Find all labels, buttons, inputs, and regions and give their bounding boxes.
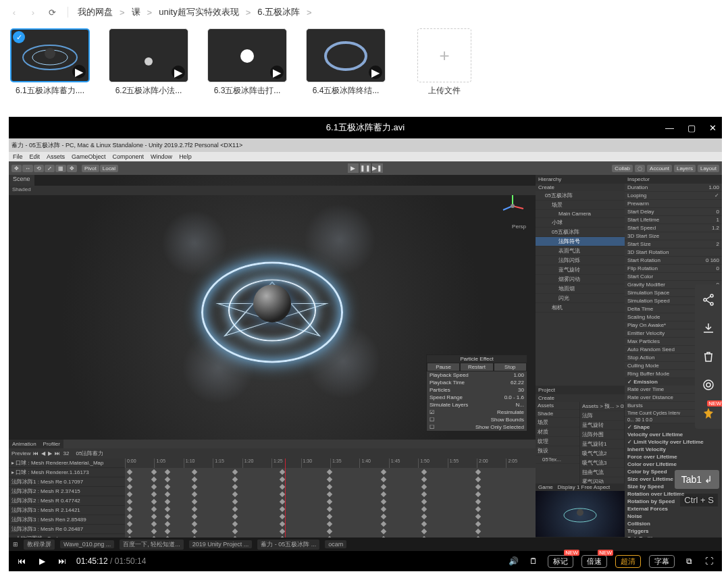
file-2[interactable]: ▶ 6.2五极冰阵小法... bbox=[108, 28, 189, 108]
video-title: 6.1五极冰阵蓄力.avi bbox=[326, 122, 405, 134]
unity-toolbar: ✥↔⟲⤢▦✥PivotLocal ▶❚❚▶❚ Collab◌AccountLay… bbox=[9, 161, 722, 175]
nav-refresh-icon[interactable]: ⟳ bbox=[46, 6, 58, 18]
file-label: 6.1五极冰阵蓄力.... bbox=[16, 85, 84, 97]
windows-icon[interactable]: ⊞ bbox=[13, 541, 18, 548]
shortcut-hint: Ctrl + S bbox=[680, 494, 718, 506]
unity-editor: 蓄力 - 05五极冰阵 - PC, Mac & Linux Standalone… bbox=[9, 138, 722, 538]
breadcrumb-bar: ‹ › ⟳ 我的网盘 > 课 > unity超写实特效表现 > 6.五极冰阵 > bbox=[0, 0, 728, 24]
crumb-root[interactable]: 我的网盘 bbox=[78, 6, 113, 18]
file-4[interactable]: ▶ 6.4五极冰阵终结... bbox=[305, 28, 386, 108]
svg-line-20 bbox=[706, 300, 710, 303]
gizmo-icon[interactable] bbox=[499, 192, 526, 219]
share-icon[interactable] bbox=[701, 292, 716, 307]
crumb-2[interactable]: unity超写实特效表现 bbox=[159, 6, 238, 18]
svg-point-12 bbox=[511, 204, 515, 208]
unity-title: 蓄力 - 05五极冰阵 - PC, Mac & Linux Standalone… bbox=[9, 138, 722, 152]
prev-icon[interactable]: ⏮ bbox=[16, 556, 28, 566]
game-panel[interactable]: Game Display 1 Free Aspect bbox=[536, 483, 625, 538]
file-3[interactable]: ▶ 6.3五极冰阵击打... bbox=[207, 28, 288, 108]
mark-button[interactable]: 标记 bbox=[548, 555, 573, 568]
divider bbox=[68, 7, 68, 18]
tab-hint: Tab1 ↲ bbox=[675, 470, 719, 489]
video-player: 6.1五极冰阵蓄力.avi — ▢ ✕ 蓄力 - 05五极冰阵 - PC, Ma… bbox=[9, 117, 722, 571]
pip-icon[interactable]: ⧉ bbox=[683, 556, 695, 566]
file-grid: ✓ ▶ 6.1五极冰阵蓄力.... ▶ 6.2五极冰阵小法... ▶ 6.3五极… bbox=[0, 24, 728, 112]
svg-point-17 bbox=[704, 298, 706, 301]
upload-button[interactable]: + 上传文件 bbox=[404, 28, 485, 108]
pin-icon[interactable] bbox=[701, 406, 716, 421]
subtitle-button[interactable]: 字幕 bbox=[649, 555, 675, 568]
maximize-icon[interactable]: ▢ bbox=[687, 123, 696, 133]
fullscreen-icon[interactable]: ⛶ bbox=[703, 556, 715, 566]
svg-point-21 bbox=[704, 380, 713, 390]
play-icon: ▶ bbox=[172, 66, 185, 79]
quality-button[interactable]: 超清 bbox=[615, 555, 641, 568]
unity-menu[interactable]: FileEditAssetsGameObjectComponentWindowH… bbox=[9, 152, 722, 161]
svg-point-2 bbox=[45, 48, 55, 59]
volume-icon[interactable]: 🔊 bbox=[507, 556, 519, 566]
file-1[interactable]: ✓ ▶ 6.1五极冰阵蓄力.... bbox=[9, 28, 90, 108]
speed-button[interactable]: 倍速 bbox=[581, 555, 607, 568]
animation-panel[interactable]: AnimationProfiler Preview ⏮◀▶⏭ 32 05法阵蓄力… bbox=[9, 440, 536, 538]
svg-point-4 bbox=[145, 57, 153, 66]
svg-point-6 bbox=[240, 49, 254, 63]
svg-point-16 bbox=[710, 294, 713, 297]
trash-icon[interactable] bbox=[701, 349, 716, 364]
svg-point-15 bbox=[577, 509, 583, 516]
crumb-1[interactable]: 课 bbox=[132, 6, 140, 18]
play-icon: ▶ bbox=[270, 66, 284, 79]
nav-back-icon[interactable]: ‹ bbox=[8, 6, 20, 18]
video-titlebar: 6.1五极冰阵蓄力.avi — ▢ ✕ bbox=[9, 117, 722, 138]
pause-icon[interactable]: ❚❚ bbox=[360, 163, 371, 173]
step-icon[interactable]: ▶❚ bbox=[372, 163, 383, 173]
target-icon[interactable] bbox=[701, 377, 716, 392]
play-icon: ▶ bbox=[369, 66, 382, 79]
close-icon[interactable]: ✕ bbox=[709, 123, 717, 133]
player-controls: ⏮ ▶ ⏭ 01:45:12 / 01:50:14 🔊 🗒 标记 倍速 超清 字… bbox=[9, 551, 722, 571]
crumb-3[interactable]: 6.五极冰阵 bbox=[257, 6, 300, 18]
taskbar: ⊞ 教程录屏 Wave_010.png ... 百度一下, 轻松知道... 20… bbox=[9, 538, 722, 551]
plus-icon: + bbox=[417, 28, 471, 82]
play-icon[interactable]: ▶ bbox=[348, 163, 359, 173]
download-icon[interactable] bbox=[701, 321, 716, 336]
check-icon: ✓ bbox=[13, 31, 25, 43]
play-icon: ▶ bbox=[72, 65, 86, 78]
play-icon[interactable]: ▶ bbox=[36, 556, 48, 566]
next-icon[interactable]: ⏭ bbox=[56, 556, 68, 566]
svg-point-18 bbox=[710, 303, 713, 305]
particle-overlay[interactable]: Particle Effect PauseRestartStop Playbac… bbox=[426, 355, 527, 431]
scene-view[interactable]: Scene Shaded Persp Particle Effect Pause… bbox=[9, 175, 536, 440]
svg-line-19 bbox=[706, 296, 710, 299]
nav-fwd-icon[interactable]: › bbox=[27, 6, 39, 18]
crumb-sep: > bbox=[120, 7, 125, 18]
side-toolbar bbox=[695, 284, 722, 429]
note-icon[interactable]: 🗒 bbox=[527, 556, 540, 566]
hierarchy-panel[interactable]: Hierarchy Create 05五极冰阵 场景 Main Camera 小… bbox=[536, 175, 625, 386]
svg-point-22 bbox=[706, 383, 710, 387]
minimize-icon[interactable]: — bbox=[665, 123, 674, 133]
